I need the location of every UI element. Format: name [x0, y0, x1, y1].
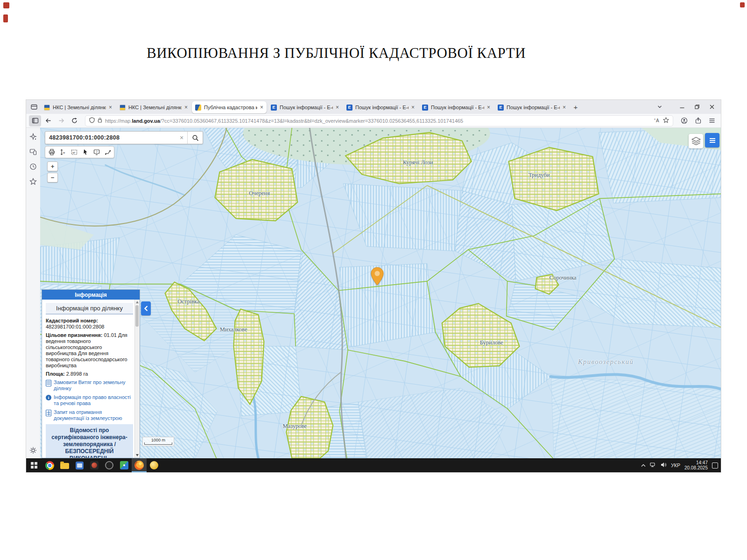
- scroll-thumb[interactable]: [135, 305, 139, 327]
- sidebar-toggle-icon[interactable]: [29, 115, 41, 126]
- panel-link[interactable]: Інформація про право власності та речові…: [46, 394, 133, 406]
- panel-link[interactable]: Замовити Витяг про земельну ділянку: [46, 379, 133, 392]
- map-toolbar: м м² ?: [45, 146, 114, 158]
- taskbar-app-icon-3[interactable]: [102, 458, 117, 472]
- share-icon[interactable]: [692, 115, 704, 126]
- minimize-icon[interactable]: [675, 101, 689, 112]
- panel-scrollbar[interactable]: [134, 300, 140, 458]
- browser-tab[interactable]: НКС | Земельні ділянки×: [41, 101, 115, 113]
- bookmark-star-icon[interactable]: [663, 117, 669, 125]
- info-panel-body: Інформація про ділянку Кадастровий номер…: [42, 300, 135, 458]
- panel-collapse-chevron-icon[interactable]: [141, 301, 151, 315]
- pointer-cursor-icon[interactable]: [80, 147, 90, 157]
- taskbar-app-icon-2[interactable]: [87, 458, 102, 472]
- route-icon[interactable]: [103, 147, 113, 157]
- taskbar-app-icon-1[interactable]: [72, 458, 87, 472]
- tab-close-icon[interactable]: ×: [563, 105, 566, 110]
- close-window-icon[interactable]: [705, 101, 719, 112]
- taskbar-app-icon-4[interactable]: [117, 458, 132, 472]
- language-indicator[interactable]: УКР: [671, 462, 680, 468]
- browser-sidebar-rail: [26, 128, 40, 458]
- browser-tab[interactable]: EПошук інформації - Е-сервіси×: [419, 101, 493, 113]
- tab-list-chevron-icon[interactable]: [654, 101, 666, 112]
- tab-label: Пошук інформації - Е-сервіси: [507, 105, 560, 110]
- cadastral-search-input[interactable]: [45, 134, 176, 141]
- taskbar-firefox-icon[interactable]: [132, 458, 147, 472]
- tab-close-icon[interactable]: ×: [336, 105, 339, 110]
- svg-text:м: м: [63, 151, 65, 154]
- browser-tab[interactable]: Публічна кадастрова карта Ук×: [192, 101, 267, 113]
- tray-chevron-up-icon[interactable]: [641, 461, 646, 469]
- measure-length-icon[interactable]: м: [58, 147, 68, 157]
- back-icon[interactable]: [42, 115, 54, 126]
- info-panel-header[interactable]: Інформація: [42, 290, 140, 300]
- tab-close-icon[interactable]: ×: [260, 105, 263, 110]
- url-field[interactable]: https://map.land.gov.ua/?cc=3376010.0536…: [85, 115, 673, 126]
- speaker-icon[interactable]: [661, 461, 667, 469]
- tab-close-icon[interactable]: ×: [109, 105, 112, 110]
- scale-bracket: [144, 442, 172, 445]
- map-scale-bar: 1000 m: [142, 437, 174, 446]
- scan-mark: [740, 2, 745, 7]
- lock-icon[interactable]: [97, 117, 103, 125]
- cadastral-map[interactable]: [40, 128, 721, 458]
- history-clock-icon[interactable]: [28, 161, 38, 172]
- taskbar-clock[interactable]: 14:47 20.08.2025: [684, 460, 708, 470]
- tab-close-icon[interactable]: ×: [411, 105, 415, 110]
- reload-icon[interactable]: [68, 115, 80, 126]
- account-icon[interactable]: [678, 115, 690, 126]
- tab-favicon-esvc-icon: E: [271, 105, 277, 111]
- tab-label: Публічна кадастрова карта Ук: [204, 105, 257, 110]
- system-tray: УКР 14:47 20.08.2025: [641, 458, 718, 472]
- info-icon: [46, 395, 51, 400]
- bookmarks-star-icon[interactable]: [28, 176, 38, 187]
- network-icon[interactable]: [650, 461, 656, 469]
- doc-icon: [46, 380, 51, 386]
- purpose-label: Цільове призначення:: [46, 332, 102, 338]
- svg-text:?: ?: [96, 150, 98, 154]
- scroll-up-icon[interactable]: [136, 301, 139, 303]
- shield-icon[interactable]: [89, 117, 95, 125]
- map-viewport[interactable]: ОчереняКурячі ЛозиТридубиСорочинкаОстрів…: [40, 128, 721, 458]
- browser-tab[interactable]: EПошук інформації - Е-сервіси×: [343, 101, 418, 113]
- forward-icon[interactable]: [55, 115, 67, 126]
- print-icon[interactable]: [47, 147, 56, 157]
- scroll-down-icon[interactable]: [136, 454, 139, 456]
- taskbar-chrome-icon[interactable]: [42, 458, 57, 472]
- layers-icon[interactable]: [689, 134, 703, 148]
- svg-text:A: A: [656, 118, 659, 123]
- taskbar-explorer-icon[interactable]: [57, 458, 72, 472]
- browser-tab[interactable]: EПошук інформації - Е-сервіси×: [494, 101, 569, 113]
- new-tab-button[interactable]: +: [570, 101, 582, 112]
- browser-tab[interactable]: EПошук інформації - Е-сервіси×: [268, 101, 342, 113]
- map-menu-icon[interactable]: [705, 133, 719, 147]
- browser-tab[interactable]: НКС | Земельні ділянки×: [116, 101, 191, 113]
- windows-logo-icon: [31, 462, 37, 469]
- measure-area-icon[interactable]: м²: [69, 147, 79, 157]
- search-submit-button[interactable]: [187, 132, 203, 144]
- form-icon: [46, 410, 51, 416]
- zoom-controls: + −: [47, 161, 58, 182]
- tab-close-icon[interactable]: ×: [184, 105, 188, 110]
- zoom-in-button[interactable]: +: [47, 161, 58, 171]
- devices-icon[interactable]: [28, 147, 38, 157]
- zoom-out-button[interactable]: −: [47, 173, 58, 182]
- settings-gear-icon[interactable]: [28, 445, 38, 455]
- tab-overview-icon[interactable]: [28, 101, 40, 112]
- maximize-icon[interactable]: [690, 101, 704, 112]
- translate-icon[interactable]: Ax: [654, 117, 661, 125]
- notification-center-icon[interactable]: [712, 462, 718, 469]
- ai-sparkle-icon[interactable]: [28, 132, 38, 142]
- map-marker-pin-icon: [370, 267, 384, 286]
- svg-text:м²: м²: [72, 151, 75, 154]
- menu-hamburger-icon[interactable]: [706, 115, 718, 126]
- tab-close-icon[interactable]: ×: [487, 105, 490, 110]
- tab-label: Пошук інформації - Е-сервіси: [280, 105, 333, 110]
- taskbar-start-button[interactable]: [26, 458, 42, 472]
- panel-link[interactable]: Запит на отримання документації із земле…: [46, 409, 133, 421]
- search-clear-icon[interactable]: ×: [176, 134, 187, 141]
- tab-favicon-nks-icon: [120, 105, 126, 111]
- screen-help-icon[interactable]: ?: [92, 147, 101, 157]
- taskbar-app-icon-5[interactable]: [147, 458, 162, 472]
- scan-mark: [3, 2, 9, 8]
